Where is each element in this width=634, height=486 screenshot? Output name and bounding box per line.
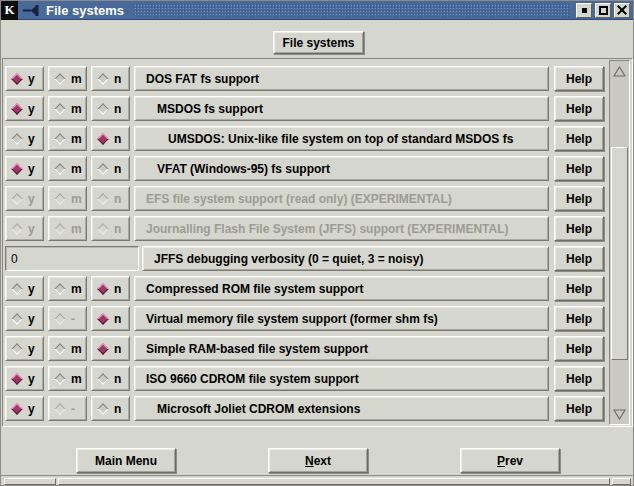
radio-letter: m [71,222,82,236]
radio-diamond-icon [97,103,108,114]
k-menu-button[interactable]: K [1,1,18,20]
radio-letter: y [28,102,35,116]
radio-yes[interactable]: y [5,126,44,151]
radio-letter: m [71,72,82,86]
config-row: y m n MSDOS fs support Help [3,96,632,121]
radio-mod[interactable]: m [48,126,87,151]
radio-diamond-icon [54,193,65,204]
radio-no[interactable]: n [91,156,130,181]
radio-diamond-icon [97,343,108,354]
next-label: N [305,454,314,468]
help-button[interactable]: Help [554,276,604,301]
help-button[interactable]: Help [554,126,604,151]
config-row: y - n Virtual memory file system support… [3,306,632,331]
option-label: Journalling Flash File System (JFFS) sup… [134,216,549,241]
frame-divider [1,475,633,476]
scroll-thumb[interactable] [611,147,628,360]
radio-yes[interactable]: y [5,276,44,301]
radio-diamond-icon [97,403,108,414]
radio-yes[interactable]: y [5,366,44,391]
radio-mod[interactable]: m [48,366,87,391]
radio-diamond-icon [11,373,22,384]
help-button[interactable]: Help [554,66,604,91]
help-button[interactable]: Help [554,156,604,181]
resize-handle-right[interactable] [612,478,631,485]
resize-handle-left[interactable] [4,478,56,485]
radio-letter: y [28,312,35,326]
help-button[interactable]: Help [554,246,604,271]
radio-letter: n [114,312,121,326]
radio-letter: n [114,222,121,236]
maximize-button[interactable] [595,3,611,18]
help-button[interactable]: Help [554,396,604,421]
value-field [5,246,139,271]
radio-letter: n [114,342,121,356]
radio-yes[interactable]: y [5,396,44,421]
option-label: MSDOS fs support [134,96,549,121]
radio-mod: - [48,306,87,331]
radio-diamond-icon [54,163,65,174]
prev-label: P [497,454,505,468]
radio-no[interactable]: n [91,96,130,121]
radio-mod[interactable]: m [48,156,87,181]
radio-no[interactable]: n [91,396,130,421]
help-button[interactable]: Help [554,306,604,331]
titlebar[interactable]: K File systems [1,1,633,20]
help-button[interactable]: Help [554,96,604,121]
option-label: UMSDOS: Unix-like file system on top of … [134,126,549,151]
radio-no[interactable]: n [91,336,130,361]
radio-letter: n [114,162,121,176]
help-button[interactable]: Help [554,216,604,241]
close-button[interactable] [614,3,630,18]
vertical-scrollbar[interactable] [609,60,630,425]
radio-yes[interactable]: y [5,336,44,361]
radio-yes[interactable]: y [5,66,44,91]
radio-mod[interactable]: m [48,66,87,91]
resize-handle-bottom[interactable] [58,478,610,485]
prev-button[interactable]: Prev [460,448,560,473]
radio-diamond-icon [11,103,22,114]
radio-no[interactable]: n [91,366,130,391]
help-button[interactable]: Help [554,336,604,361]
minimize-icon [582,8,587,13]
radio-letter: n [114,372,121,386]
scroll-down-button[interactable] [610,404,629,424]
radio-diamond-icon [97,163,108,174]
section-title-button[interactable]: File systems [273,31,364,54]
radio-letter: n [114,402,121,416]
radio-yes[interactable]: y [5,96,44,121]
main-menu-button[interactable]: Main Menu [76,448,176,473]
minimize-button[interactable] [576,3,592,18]
radio-yes[interactable]: y [5,156,44,181]
radio-mod[interactable]: m [48,276,87,301]
radio-diamond-icon [11,283,22,294]
radio-no[interactable]: n [91,306,130,331]
scroll-up-button[interactable] [610,61,629,81]
radio-letter: y [28,342,35,356]
arrow-down-icon [613,409,626,420]
radio-diamond-icon [97,193,108,204]
radio-yes[interactable]: y [5,306,44,331]
radio-no[interactable]: n [91,276,130,301]
radio-mod: m [48,186,87,211]
radio-diamond-icon [97,223,108,234]
config-row-int: JFFS debugging verbosity (0 = quiet, 3 =… [3,246,632,271]
next-button[interactable]: Next [268,448,368,473]
radio-no[interactable]: n [91,126,130,151]
help-button[interactable]: Help [554,366,604,391]
radio-letter: n [114,102,121,116]
radio-diamond-icon [54,133,65,144]
option-label: VFAT (Windows-95) fs support [134,156,549,181]
radio-no[interactable]: n [91,66,130,91]
radio-letter: m [71,132,82,146]
window-title: File systems [46,3,124,18]
jffs-verbosity-input[interactable] [6,252,138,266]
radio-mod[interactable]: m [48,336,87,361]
pin-icon[interactable] [23,5,39,16]
radio-mod: - [48,396,87,421]
config-row: y m n Compressed ROM file system support… [3,276,632,301]
radio-yes: y [5,186,44,211]
radio-mod[interactable]: m [48,96,87,121]
radio-diamond-icon [11,343,22,354]
help-button[interactable]: Help [554,186,604,211]
